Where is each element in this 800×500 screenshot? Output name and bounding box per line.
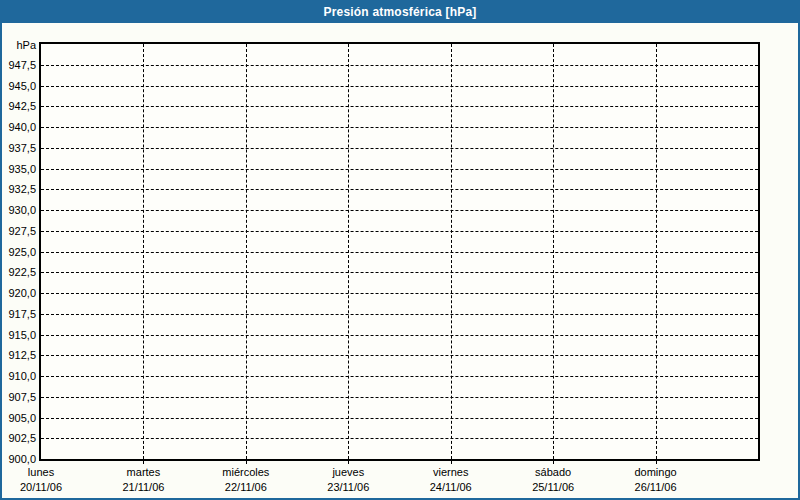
horizontal-gridline [41, 210, 758, 211]
y-tick-label: 935,0 [2, 163, 36, 175]
plot-area [39, 42, 760, 461]
horizontal-gridline [41, 127, 758, 128]
y-tick-label: 905,0 [2, 412, 36, 424]
y-tick-label: 927,5 [2, 225, 36, 237]
x-day-label: miércoles [222, 466, 269, 478]
x-day-label: viernes [433, 466, 468, 478]
vertical-gridline [348, 44, 349, 459]
horizontal-gridline [41, 231, 758, 232]
vertical-gridline [246, 44, 247, 459]
horizontal-gridline [41, 65, 758, 66]
horizontal-gridline [41, 418, 758, 419]
x-axis-tick [656, 461, 657, 464]
horizontal-gridline [41, 355, 758, 356]
vertical-gridline [451, 44, 452, 459]
y-tick-label: 907,5 [2, 391, 36, 403]
window-title-bar: Presión atmosférica [hPa] [2, 2, 798, 23]
x-date-label: 25/11/06 [532, 481, 574, 493]
horizontal-gridline [41, 314, 758, 315]
horizontal-gridline [41, 86, 758, 87]
x-date-label: 23/11/06 [327, 481, 369, 493]
x-axis-tick [143, 461, 144, 464]
horizontal-gridline [41, 189, 758, 190]
y-tick-label: 917,5 [2, 308, 36, 320]
x-day-label: lunes [28, 466, 54, 478]
x-axis-tick [553, 461, 554, 464]
horizontal-gridline [41, 272, 758, 273]
x-date-label: 24/11/06 [430, 481, 472, 493]
y-tick-label: 937,5 [2, 142, 36, 154]
pressure-chart-window: Presión atmosférica [hPa] hPa 947,5945,0… [0, 0, 800, 500]
horizontal-gridline [41, 438, 758, 439]
horizontal-gridline [41, 335, 758, 336]
y-tick-label: 942,5 [2, 100, 36, 112]
horizontal-gridline [41, 106, 758, 107]
y-tick-label: 922,5 [2, 266, 36, 278]
y-tick-label: 925,0 [2, 246, 36, 258]
y-tick-label: 930,0 [2, 204, 36, 216]
y-tick-label: 900,0 [2, 453, 36, 465]
x-date-label: 21/11/06 [122, 481, 164, 493]
y-tick-label: 932,5 [2, 183, 36, 195]
y-tick-label: 915,0 [2, 329, 36, 341]
horizontal-gridline [41, 376, 758, 377]
horizontal-gridline [41, 252, 758, 253]
x-day-label: martes [127, 466, 161, 478]
y-axis-unit-label: hPa [2, 39, 36, 51]
horizontal-gridline [41, 148, 758, 149]
x-axis-tick [246, 461, 247, 464]
y-tick-label: 912,5 [2, 349, 36, 361]
x-axis-tick [348, 461, 349, 464]
y-tick-label: 910,0 [2, 370, 36, 382]
y-tick-label: 902,5 [2, 432, 36, 444]
y-tick-label: 947,5 [2, 59, 36, 71]
y-tick-label: 945,0 [2, 80, 36, 92]
x-axis-tick [451, 461, 452, 464]
y-tick-label: 920,0 [2, 287, 36, 299]
vertical-gridline [143, 44, 144, 459]
x-date-label: 20/11/06 [20, 481, 62, 493]
x-day-label: domingo [634, 466, 676, 478]
y-tick-label: 940,0 [2, 121, 36, 133]
vertical-gridline [553, 44, 554, 459]
x-date-label: 22/11/06 [225, 481, 267, 493]
vertical-gridline [656, 44, 657, 459]
x-date-label: 26/11/06 [635, 481, 677, 493]
x-day-label: jueves [332, 466, 364, 478]
horizontal-gridline [41, 169, 758, 170]
horizontal-gridline [41, 293, 758, 294]
horizontal-gridline [41, 397, 758, 398]
x-day-label: sábado [535, 466, 571, 478]
